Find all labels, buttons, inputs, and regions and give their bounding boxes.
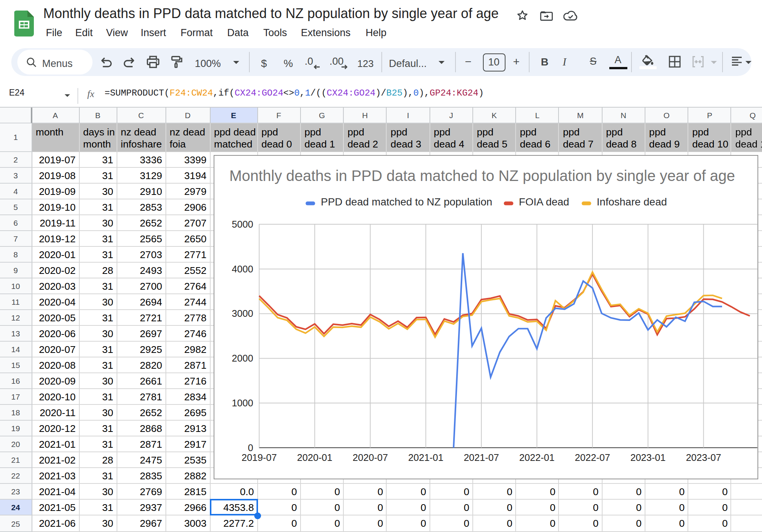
svg-text:2021-07: 2021-07	[464, 453, 499, 463]
svg-text:5000: 5000	[232, 219, 253, 230]
svg-text:PPD dead matched to NZ populat: PPD dead matched to NZ population	[321, 196, 492, 208]
svg-text:Monthly deaths in PPD data mat: Monthly deaths in PPD data matched to NZ…	[229, 167, 735, 184]
svg-text:1000: 1000	[232, 398, 253, 408]
svg-text:2022-07: 2022-07	[575, 453, 610, 463]
svg-text:0: 0	[248, 442, 253, 453]
svg-text:2023-01: 2023-01	[630, 453, 666, 463]
svg-text:2020-07: 2020-07	[353, 453, 388, 463]
svg-text:FOIA dead: FOIA dead	[519, 196, 569, 208]
svg-text:2021-01: 2021-01	[408, 453, 444, 463]
svg-text:2020-01: 2020-01	[297, 453, 332, 463]
svg-text:2000: 2000	[232, 353, 253, 364]
svg-text:4000: 4000	[232, 264, 253, 274]
svg-text:3000: 3000	[232, 309, 253, 319]
svg-text:2019-07: 2019-07	[242, 453, 277, 463]
svg-text:Infoshare dead: Infoshare dead	[597, 196, 667, 208]
svg-text:2022-01: 2022-01	[519, 453, 555, 463]
svg-text:2023-07: 2023-07	[686, 453, 721, 463]
